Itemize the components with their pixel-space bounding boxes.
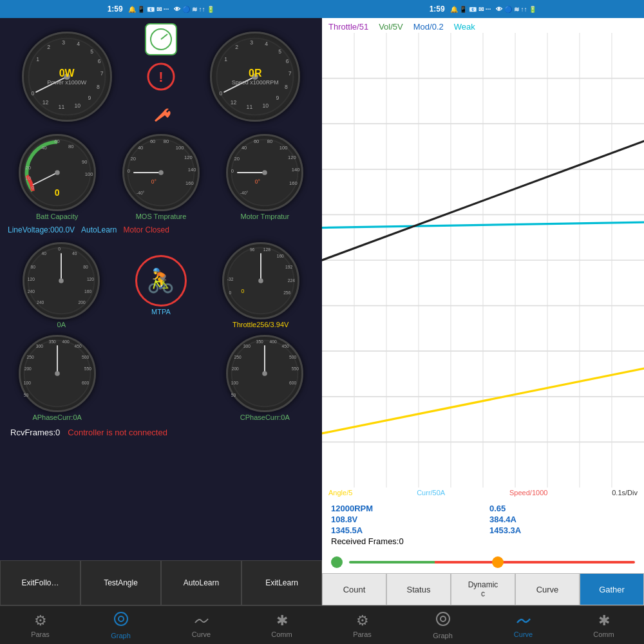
readout-rpm: 12000RPM <box>331 504 477 513</box>
readout-frames: Received Frames:0 <box>331 536 477 546</box>
slider-dot-green <box>331 556 343 568</box>
tab-count[interactable]: Count <box>322 573 386 605</box>
svg-text:550: 550 <box>84 366 91 371</box>
svg-text:50: 50 <box>23 393 28 397</box>
speed-gauge: 1 2 3 4 5 6 7 8 9 10 11 12 0 <box>210 32 300 122</box>
tab-curve[interactable]: Curve <box>515 573 580 605</box>
time-left: 1:59 <box>108 5 123 14</box>
tab-status[interactable]: Status <box>386 573 451 605</box>
svg-text:240: 240 <box>28 289 35 294</box>
svg-text:60: 60 <box>150 138 155 144</box>
tab-gather[interactable]: Gather <box>580 573 644 605</box>
graph-label-right: Graph <box>433 632 453 639</box>
throttle-gauge-container: 96 128 160 192 224 256 -32 0 0 Throttle2… <box>222 242 299 328</box>
batt-gauge-container: 20 10 0 40 60 80 90 100 0 Batt Capacity <box>19 134 96 220</box>
curr-label: Curr/50A <box>417 489 445 499</box>
readout-384a: 384.4A <box>489 515 635 524</box>
nav-curve-right[interactable]: Curve <box>483 606 564 644</box>
svg-text:80: 80 <box>31 265 36 269</box>
svg-text:0°: 0° <box>151 178 156 185</box>
spacer <box>122 339 200 417</box>
nav-paras-left[interactable]: ⚙ Paras <box>0 606 80 644</box>
svg-text:!: ! <box>158 69 163 85</box>
svg-text:200: 200 <box>232 366 239 371</box>
weak-chart-label: Weak <box>454 22 475 32</box>
svg-text:0: 0 <box>128 168 130 174</box>
tab-bar-right: Count Status Dynamicc Curve Gather <box>322 573 644 605</box>
svg-text:90: 90 <box>82 159 87 165</box>
nav-graph-right[interactable]: Graph <box>402 606 483 644</box>
graph-icon-left <box>113 611 129 630</box>
svg-text:100: 100 <box>279 145 288 151</box>
svg-text:140: 140 <box>188 167 196 173</box>
svg-text:250: 250 <box>26 355 33 359</box>
mos-gauge-container: 0 20 40 60 80 100 120 140 160 -40° 0° <box>122 134 200 220</box>
gauges-row-2: 20 10 0 40 60 80 90 100 0 Batt Capacity <box>5 134 317 220</box>
cphase-label: CPhaseCurr:0A <box>240 413 290 421</box>
speed-icon <box>145 23 177 55</box>
tab-dynamic[interactable]: Dynamicc <box>451 573 515 605</box>
svg-text:20: 20 <box>130 156 135 162</box>
nav-curve-left[interactable]: Curve <box>161 606 242 644</box>
svg-text:20: 20 <box>234 156 240 162</box>
auto-learn-button[interactable]: AutoLearn <box>161 560 242 605</box>
slider-row <box>322 551 644 573</box>
svg-text:40: 40 <box>42 251 47 256</box>
slider-thumb-orange[interactable] <box>492 556 504 568</box>
svg-line-17 <box>161 34 167 39</box>
comm-icon-right: ✱ <box>598 612 610 629</box>
svg-point-59 <box>158 170 164 175</box>
aphase-container: 200 250 300 350 400 450 500 550 600 100 … <box>19 335 96 421</box>
svg-text:0: 0 <box>59 247 61 251</box>
svg-text:10: 10 <box>25 175 30 181</box>
vol-chart-label: Vol/5V <box>379 22 403 32</box>
cphase-gauge: 200 250 300 350 400 450 500 550 600 100 … <box>226 335 303 412</box>
graph-icon-right <box>435 611 451 630</box>
nav-bar-left: ⚙ Paras Graph Curve ✱ Comm <box>0 605 322 644</box>
svg-point-130 <box>118 616 124 621</box>
rcv-frames: RcvFrames:0 <box>10 428 60 437</box>
readout-1453a: 1453.3A <box>489 526 635 535</box>
svg-point-128 <box>263 371 268 376</box>
throttle-chart-label: Throttle/51 <box>328 22 368 32</box>
curve-icon-left <box>194 612 209 629</box>
svg-text:60: 60 <box>54 138 59 144</box>
svg-text:80: 80 <box>267 138 272 144</box>
svg-text:80: 80 <box>84 265 89 269</box>
curve-label-left: Curve <box>192 630 211 638</box>
motor-gauge: 0 20 40 60 80 100 120 140 160 -40° 0° <box>226 134 303 211</box>
nav-graph-left[interactable]: Graph <box>80 606 161 644</box>
time-div-label: 0.1s/Div <box>612 489 638 499</box>
exit-follo-button[interactable]: ExitFollo… <box>0 560 80 605</box>
left-content: 1 2 3 4 5 6 7 8 9 10 11 12 0 <box>0 18 322 560</box>
current-gauge-container: 120 80 40 0 40 80 120 160 200 240 240 <box>23 242 100 328</box>
svg-point-88 <box>59 278 64 283</box>
slider-track[interactable] <box>349 561 635 564</box>
nav-comm-right[interactable]: ✱ Comm <box>564 606 644 644</box>
svg-line-45 <box>33 173 57 185</box>
test-angle-button[interactable]: TestAngle <box>80 560 161 605</box>
throttle-label: Throttle256/3.94V <box>232 321 289 328</box>
motor-gauge-container: 0 20 40 60 80 100 120 140 160 -40° 0° <box>226 134 303 220</box>
gauges-row-1: 1 2 3 4 5 6 7 8 9 10 11 12 0 <box>5 23 317 130</box>
center-icons: ! <box>145 23 177 130</box>
svg-text:40: 40 <box>72 251 77 256</box>
nav-paras-right[interactable]: ⚙ Paras <box>322 606 402 644</box>
data-readout: 12000RPM 0.65 108.8V 384.4A 1345.5A 1453… <box>322 498 644 551</box>
comm-label-left: Comm <box>271 630 292 638</box>
graph-label-left: Graph <box>111 632 131 639</box>
svg-text:0: 0 <box>231 168 234 174</box>
svg-text:160: 160 <box>276 254 283 258</box>
motor-status: Motor Closed <box>123 225 169 234</box>
exit-learn-button[interactable]: ExitLearn <box>242 560 322 605</box>
nav-comm-left[interactable]: ✱ Comm <box>242 606 322 644</box>
speed-unit: Speed x1000RPM <box>232 79 279 86</box>
chart-labels-top: Throttle/51 Vol/5V Mod/0.2 Weak <box>322 18 644 33</box>
mod-chart-label: Mod/0.2 <box>413 22 444 32</box>
svg-text:200: 200 <box>24 366 31 371</box>
mtpa-label: MTPA <box>151 308 171 316</box>
svg-text:100: 100 <box>84 171 93 177</box>
status-bar-right: 1:59 🔔 📱 📧 ✉ ··· 👁 🔵 ≋ ↑↑ 🔋 <box>322 0 644 18</box>
svg-text:160: 160 <box>289 180 298 186</box>
svg-point-73 <box>263 170 268 175</box>
